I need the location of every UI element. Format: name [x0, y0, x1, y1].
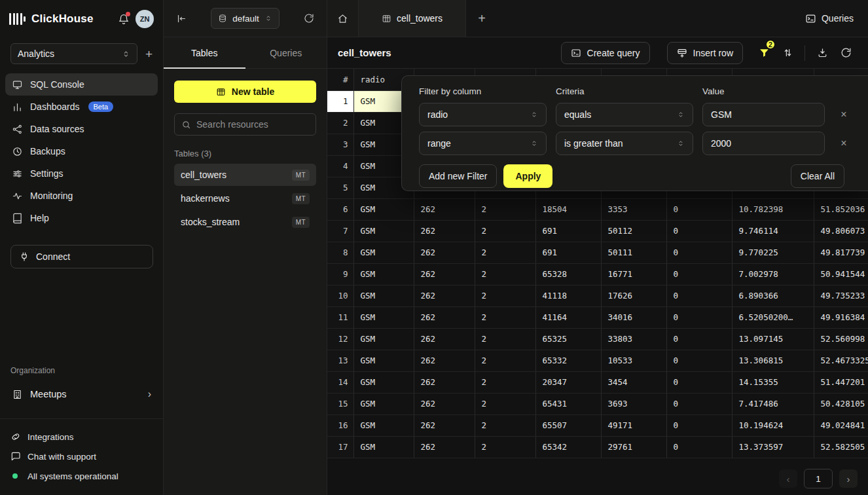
workspace-select[interactable]: Analytics [10, 43, 137, 64]
data-cell[interactable]: 0 [666, 263, 732, 285]
add-filter-button[interactable]: Add new Filter [419, 164, 497, 188]
sidebar-item-help[interactable]: Help [5, 207, 158, 229]
chat-support-link[interactable]: Chat with support [10, 447, 153, 466]
data-cell[interactable]: 20347 [535, 371, 601, 393]
filter-value-input-1[interactable] [702, 103, 825, 126]
data-cell[interactable]: 262 [414, 198, 475, 220]
data-cell[interactable]: 2 [475, 198, 535, 220]
table-list-item-cell-towers[interactable]: cell_towers MT [174, 164, 316, 186]
data-cell[interactable]: 2 [475, 436, 535, 458]
collapse-panel-button[interactable] [173, 10, 190, 27]
data-cell[interactable]: 13.306815 [732, 350, 814, 371]
tab-queries[interactable]: Queries [245, 37, 327, 68]
filter-criteria-select-2[interactable]: is greater than [556, 132, 693, 155]
data-cell[interactable]: 0 [666, 350, 732, 371]
data-cell[interactable]: 2 [475, 371, 535, 393]
data-cell[interactable]: 13.373597 [732, 436, 814, 458]
data-cell[interactable]: 49.817739 [814, 242, 868, 263]
clear-filters-button[interactable]: Clear All [791, 164, 844, 188]
search-input[interactable] [196, 119, 309, 130]
download-button[interactable] [810, 42, 834, 64]
connect-button[interactable]: Connect [10, 245, 153, 268]
data-cell[interactable]: GSM [353, 328, 414, 350]
sidebar-item-dashboards[interactable]: Dashboards Beta [5, 96, 158, 118]
data-cell[interactable]: 50112 [601, 220, 666, 242]
data-cell[interactable]: 41118 [535, 285, 601, 306]
data-cell[interactable]: 3693 [601, 393, 666, 414]
data-cell[interactable]: 2 [475, 414, 535, 436]
table-list-item-stocks-stream[interactable]: stocks_stream MT [174, 211, 316, 233]
data-cell[interactable]: 65431 [535, 393, 601, 414]
data-cell[interactable]: 7.002978 [732, 263, 814, 285]
data-cell[interactable]: 0 [666, 306, 732, 328]
data-cell[interactable]: 6.890366 [732, 285, 814, 306]
filter-button[interactable]: 2 [752, 42, 776, 64]
data-cell[interactable]: 65325 [535, 328, 601, 350]
data-cell[interactable]: 29761 [601, 436, 666, 458]
data-cell[interactable]: 0 [666, 436, 732, 458]
data-cell[interactable]: 65328 [535, 263, 601, 285]
sidebar-item-monitoring[interactable]: Monitoring [5, 185, 158, 207]
data-cell[interactable]: 50.428105 [814, 393, 868, 414]
data-cell[interactable]: 262 [414, 414, 475, 436]
system-status-link[interactable]: All systems operational [10, 466, 153, 486]
data-cell[interactable]: 33803 [601, 328, 666, 350]
data-cell[interactable]: 34016 [601, 306, 666, 328]
data-cell[interactable]: 2 [475, 306, 535, 328]
data-cell[interactable]: 51.852036 [814, 198, 868, 220]
data-cell[interactable]: 691 [535, 242, 601, 263]
prev-page-button[interactable]: ‹ [779, 469, 797, 488]
data-cell[interactable]: 262 [414, 350, 475, 371]
sort-button[interactable] [776, 42, 799, 64]
data-cell[interactable]: 2 [475, 220, 535, 242]
data-cell[interactable]: 10.194624 [732, 414, 814, 436]
data-cell[interactable]: 0 [666, 328, 732, 350]
add-workspace-button[interactable]: + [145, 48, 153, 60]
data-cell[interactable]: 7.417486 [732, 393, 814, 414]
next-page-button[interactable]: › [839, 469, 858, 488]
data-cell[interactable]: 9.770225 [732, 242, 814, 263]
data-cell[interactable]: 0 [666, 198, 732, 220]
new-tab-button[interactable]: + [466, 0, 497, 37]
data-cell[interactable]: 10533 [601, 350, 666, 371]
refresh-data-button[interactable] [834, 42, 858, 64]
data-cell[interactable]: 262 [414, 242, 475, 263]
data-cell[interactable]: GSM [353, 371, 414, 393]
data-cell[interactable]: 262 [414, 285, 475, 306]
data-cell[interactable]: 2 [475, 393, 535, 414]
data-cell[interactable]: 262 [414, 328, 475, 350]
data-cell[interactable]: 2 [475, 285, 535, 306]
page-number[interactable]: 1 [804, 469, 833, 488]
data-cell[interactable]: 3353 [601, 198, 666, 220]
data-cell[interactable]: GSM [353, 414, 414, 436]
data-cell[interactable]: GSM [353, 393, 414, 414]
data-cell[interactable]: 0 [666, 285, 732, 306]
tab-cell-towers[interactable]: cell_towers [359, 0, 466, 37]
filter-value-input-2[interactable] [702, 132, 825, 155]
filter-criteria-select-1[interactable]: equals [556, 103, 693, 126]
data-cell[interactable]: 49.916384 [814, 306, 868, 328]
integrations-link[interactable]: Integrations [10, 427, 153, 447]
data-cell[interactable]: 2 [475, 350, 535, 371]
sidebar-item-settings[interactable]: Settings [5, 162, 158, 185]
data-cell[interactable]: 52.560998 [814, 328, 868, 350]
data-cell[interactable]: GSM [353, 242, 414, 263]
table-list-item-hackernews[interactable]: hackernews MT [174, 187, 316, 210]
data-cell[interactable]: 0 [666, 242, 732, 263]
data-cell[interactable]: 51.447201 [814, 371, 868, 393]
data-cell[interactable]: 65332 [535, 350, 601, 371]
data-cell[interactable]: GSM [353, 350, 414, 371]
data-cell[interactable]: 14.15355 [732, 371, 814, 393]
remove-filter-button-1[interactable]: × [834, 109, 854, 120]
remove-filter-button-2[interactable]: × [834, 138, 854, 149]
data-cell[interactable]: 13.097145 [732, 328, 814, 350]
data-cell[interactable]: 6.52050200… [732, 306, 814, 328]
queries-button[interactable]: Queries [805, 0, 854, 37]
data-cell[interactable]: 2 [475, 263, 535, 285]
insert-row-button[interactable]: Insert row [667, 42, 743, 64]
notifications-bell-icon[interactable] [118, 13, 130, 25]
data-cell[interactable]: 50.941544 [814, 263, 868, 285]
data-cell[interactable]: 49.024841 [814, 414, 868, 436]
filter-column-select-2[interactable]: range [419, 132, 547, 155]
data-cell[interactable]: GSM [353, 285, 414, 306]
